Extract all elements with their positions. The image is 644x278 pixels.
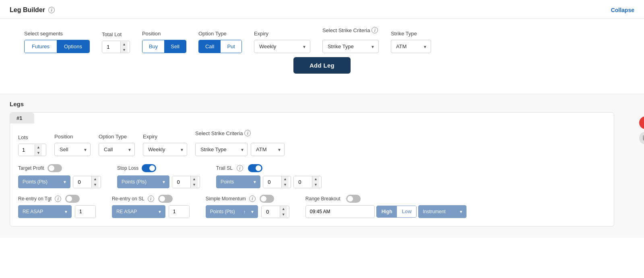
sl-spinners: ▲ ▼ [190, 176, 198, 187]
trail-y-down[interactable]: ▼ [312, 182, 319, 187]
delete-leg-button[interactable]: ✕ [639, 116, 644, 129]
simple-momentum-info-icon[interactable]: i [249, 196, 256, 202]
trail-y-up[interactable]: ▲ [312, 176, 319, 182]
trail-sl-info-icon[interactable]: i [237, 165, 243, 171]
reentry-tgt-count-select[interactable]: 1 2 3 4 5 [75, 206, 95, 218]
leg-body-1: Lots ▲ ▼ Position [10, 124, 614, 226]
range-time-input[interactable] [305, 205, 375, 218]
sl-down[interactable]: ▼ [191, 182, 198, 187]
momentum-up[interactable]: ▲ [280, 206, 287, 212]
trail-points-select[interactable]: Points Percentage [217, 176, 250, 188]
trail-inputs: ▲ ▼ ▲ ▼ [263, 176, 322, 188]
sl-points-select[interactable]: Points (Pts) Percentage [118, 176, 159, 188]
trail-x-down[interactable]: ▼ [282, 182, 289, 187]
leg-option-type-select[interactable]: Call Put [99, 143, 135, 156]
leg-strike-group: Strike Type ATM ITM OTM ▼ ATM [195, 143, 285, 156]
leg-position-select[interactable]: Buy Sell [54, 143, 91, 156]
reentry-tgt-info-icon[interactable]: i [55, 196, 61, 202]
leg-lots-label: Lots [18, 134, 46, 140]
sl-up[interactable]: ▲ [191, 176, 198, 182]
reentry-tgt-label: Re-entry on Tgt [18, 196, 52, 202]
trail-x-wrap: ▲ ▼ [263, 176, 291, 188]
high-button[interactable]: High [377, 206, 397, 217]
trail-y-spinners: ▲ ▼ [312, 176, 319, 187]
sell-button[interactable]: Sell [164, 40, 186, 53]
target-profit-label: Target Profit [18, 165, 44, 171]
total-lot-field: Total Lot 1 ▲ ▼ [102, 31, 130, 53]
reentry-sl-toggle[interactable] [158, 195, 173, 203]
leg-strike-criteria-info-icon[interactable]: i [244, 130, 251, 136]
leg-position-label: Position [54, 134, 91, 140]
tp-up[interactable]: ▲ [92, 176, 99, 182]
total-lot-spinners: ▲ ▼ [120, 41, 128, 53]
reentry-sl-dropdown-row: RE ASAP RE After 5 min RE After 10 min ▼… [112, 205, 190, 218]
copy-leg-button[interactable] [639, 132, 644, 144]
tp-down[interactable]: ▼ [92, 182, 99, 187]
leg-lots-field: Lots ▲ ▼ [18, 134, 46, 156]
total-lot-down[interactable]: ▼ [121, 47, 128, 53]
leg-expiry-field: Expiry Weekly Monthly ▼ [143, 134, 187, 156]
instrument-select-wrap: Instrument Nifty BankNifty ▼ [418, 205, 466, 218]
momentum-value-input[interactable] [262, 206, 280, 218]
leg-strike-type-select[interactable]: Strike Type ATM ITM OTM [195, 143, 248, 156]
builder-atm-select[interactable]: ATM ATM+1 ATM-1 ATM+2 [391, 40, 431, 53]
target-profit-toggle[interactable] [47, 164, 62, 172]
call-button[interactable]: Call [199, 40, 221, 53]
trail-x-input[interactable] [263, 176, 281, 188]
momentum-down[interactable]: ▼ [280, 212, 287, 217]
trail-x-up[interactable]: ▲ [282, 176, 289, 182]
low-button[interactable]: Low [397, 206, 416, 217]
leg-expiry-select[interactable]: Weekly Monthly [143, 143, 187, 156]
sl-value-wrap: ▲ ▼ [172, 176, 200, 188]
options-button[interactable]: Options [57, 40, 89, 53]
trail-y-input[interactable] [294, 176, 312, 188]
reentry-tgt-toggle[interactable] [65, 195, 80, 203]
leg-expiry-select-wrap: Weekly Monthly ▼ [143, 143, 187, 156]
add-leg-button[interactable]: Add Leg [293, 57, 351, 74]
builder-expiry-select[interactable]: Weekly Monthly Next Weekly [254, 40, 310, 53]
leg-lots-input-wrap: ▲ ▼ [18, 144, 46, 156]
momentum-direction-arrow: ↑ [242, 209, 247, 214]
reentry-tgt-count-wrap: 1 2 3 4 5 [75, 205, 96, 218]
sl-value-input[interactable] [172, 176, 190, 188]
builder-strike-criteria-group: Strike Type ATM ITM OTM ▼ [322, 40, 379, 53]
instrument-select[interactable]: Instrument Nifty BankNifty [419, 206, 456, 218]
reentry-sl-block: Re-entry on SL i RE ASAP [112, 195, 190, 218]
leg-number-1: #1 [17, 115, 22, 121]
buy-button[interactable]: Buy [142, 40, 164, 53]
tp-points-select[interactable]: Points (Pts) Percentage [19, 176, 60, 188]
futures-button[interactable]: Futures [25, 40, 57, 53]
leg-lots-input[interactable] [19, 144, 35, 156]
reentry-sl-label: Re-entry on SL [112, 196, 144, 202]
header-info-icon[interactable]: i [48, 7, 55, 13]
reentry-tgt-select[interactable]: RE ASAP RE After 5 min RE After 10 min [19, 206, 61, 218]
reentry-sl-toggle-row: Re-entry on SL i [112, 195, 190, 203]
leg-atm-select[interactable]: ATM ATM+1 ATM-1 [251, 143, 285, 156]
reentry-sl-count-select[interactable]: 1 2 3 4 5 [169, 206, 189, 218]
stop-loss-toggle[interactable] [142, 164, 156, 172]
builder-position-label: Position [142, 31, 186, 37]
tp-spinners: ▲ ▼ [91, 176, 99, 187]
reentry-sl-info-icon[interactable]: i [148, 196, 154, 202]
builder-expiry-label: Expiry [254, 31, 310, 37]
trail-points-select-wrap: Points Percentage ▼ [216, 175, 260, 188]
total-lot-input[interactable]: 1 [102, 41, 120, 53]
strike-criteria-info-icon[interactable]: i [372, 27, 378, 33]
momentum-points-select[interactable]: Points (Pts) Percentage [206, 206, 242, 218]
tp-value-input[interactable] [73, 176, 91, 188]
collapse-button[interactable]: Collapse [611, 7, 634, 13]
simple-momentum-toggle[interactable] [260, 195, 274, 203]
trail-sl-toggle[interactable] [248, 164, 262, 172]
range-breakout-toggle[interactable] [346, 195, 361, 203]
builder-atm-field: Strike Type ATM ATM+1 ATM-1 ATM+2 ▼ [391, 31, 431, 53]
builder-strike-type-select[interactable]: Strike Type ATM ITM OTM [322, 40, 379, 53]
builder-section: Select segments Futures Options Total Lo… [0, 19, 644, 94]
total-lot-up[interactable]: ▲ [121, 41, 128, 47]
instrument-arrow: ▼ [456, 210, 466, 214]
leg-lots-down[interactable]: ▼ [35, 150, 42, 156]
put-button[interactable]: Put [221, 40, 242, 53]
reentry-sl-select[interactable]: RE ASAP RE After 5 min RE After 10 min [112, 206, 155, 218]
momentum-points-select-wrap: Points (Pts) Percentage ↑ ▼ [206, 205, 258, 218]
leg-lots-up[interactable]: ▲ [35, 144, 42, 150]
leg-atm-select-wrap: ATM ATM+1 ATM-1 ▼ [251, 143, 285, 156]
